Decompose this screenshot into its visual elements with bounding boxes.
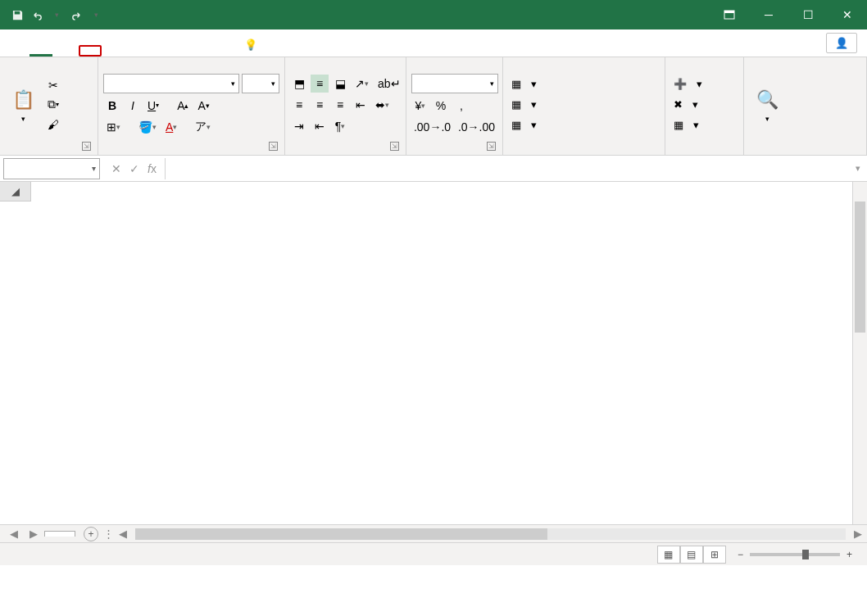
copy-icon[interactable]: ⧉▾ [44, 96, 62, 114]
tab-insert[interactable] [54, 45, 77, 57]
align-top-icon[interactable]: ⬒ [290, 75, 308, 93]
font-name-combo[interactable]: ▾ [103, 74, 239, 93]
conditional-formatting-button[interactable]: ▦ ▾ [508, 76, 540, 92]
qat-customize[interactable] [89, 7, 103, 22]
bulb-icon: 💡 [244, 38, 257, 51]
vertical-scrollbar[interactable] [852, 182, 867, 524]
decrease-decimal-icon[interactable]: .0→.00 [456, 118, 497, 136]
tab-view[interactable] [177, 45, 200, 57]
find-button[interactable]: 🔍▾ [749, 61, 785, 148]
name-box[interactable] [3, 158, 100, 179]
select-all-corner[interactable]: ◢ [0, 182, 31, 202]
format-painter-icon[interactable]: 🖌 [44, 116, 62, 134]
undo-dropdown[interactable] [49, 7, 64, 22]
align-middle-icon[interactable]: ≡ [311, 75, 329, 93]
align-left-icon[interactable]: ≡ [290, 96, 308, 114]
close-icon[interactable]: ✕ [828, 0, 867, 29]
grow-font-button[interactable]: A▴ [174, 97, 192, 115]
tab-page-layout[interactable] [79, 45, 102, 57]
normal-view-icon[interactable]: ▦ [657, 546, 680, 564]
tab-home[interactable] [30, 43, 52, 57]
insert-icon: ➕ [674, 78, 687, 90]
maximize-icon[interactable]: ☐ [788, 0, 828, 29]
sheet-nav-next-icon[interactable]: ▶ [25, 528, 43, 540]
group-number: ▾ ¥ % , .00→.0 .0→.00 ⇲ [406, 57, 503, 155]
rtl-icon[interactable]: ¶ [331, 117, 349, 135]
scroll-right-icon[interactable]: ▶ [854, 528, 867, 540]
format-cells-button[interactable]: ▦ ▾ [670, 117, 706, 133]
sheet-nav-prev-icon[interactable]: ◀ [5, 528, 23, 540]
status-bar: ▦ ▤ ⊞ − + [0, 542, 867, 565]
shrink-font-button[interactable]: A▾ [194, 97, 212, 115]
fill-color-button[interactable]: 🪣 [135, 118, 160, 136]
sheet-tab-bar: ◀ ▶ + ⋮ ◀ ▶ [0, 524, 867, 542]
font-color-button[interactable]: A [162, 118, 180, 136]
increase-indent-icon[interactable]: ⇥ [290, 117, 308, 135]
group-alignment: ⬒ ≡ ⬓ ↗ ab↵ ≡ ≡ ≡ ⇤ ⬌ ⇥ ⇤ ¶ ⇲ [285, 57, 406, 155]
orientation-icon[interactable]: ↗ [352, 75, 372, 93]
view-buttons: ▦ ▤ ⊞ [657, 546, 726, 564]
page-layout-view-icon[interactable]: ▤ [680, 546, 703, 564]
align-center-icon[interactable]: ≡ [311, 96, 329, 114]
paste-icon: 📋 [10, 87, 36, 113]
quick-access-toolbar [0, 7, 103, 22]
tab-review[interactable] [152, 45, 175, 57]
zoom-slider[interactable] [750, 553, 840, 556]
insert-cells-button[interactable]: ➕ ▾ [670, 76, 706, 92]
fx-icon[interactable]: fx [148, 162, 157, 175]
bold-button[interactable]: B [103, 97, 121, 115]
phonetic-button[interactable]: ア [192, 118, 214, 136]
percent-icon[interactable]: % [432, 97, 450, 115]
expand-formula-icon[interactable]: ▾ [849, 163, 867, 174]
align-right-icon[interactable]: ≡ [331, 96, 349, 114]
horizontal-scrollbar[interactable] [135, 528, 846, 540]
zoom-out-icon[interactable]: − [738, 549, 743, 560]
paste-button[interactable]: 📋▾ [5, 61, 41, 148]
tab-file[interactable] [5, 45, 28, 57]
cancel-formula-icon[interactable]: ✕ [111, 162, 121, 175]
cut-icon[interactable]: ✂ [44, 76, 62, 94]
tab-help[interactable] [202, 45, 225, 57]
dialog-launcher-icon[interactable]: ⇲ [487, 142, 496, 151]
cell-style-icon: ▦ [511, 119, 521, 131]
align-bottom-icon[interactable]: ⬓ [331, 75, 349, 93]
dialog-launcher-icon[interactable]: ⇲ [390, 142, 399, 151]
tab-formulas[interactable] [103, 45, 126, 57]
comma-icon[interactable]: , [452, 97, 470, 115]
underline-button[interactable]: U▾ [144, 97, 162, 115]
enter-formula-icon[interactable]: ✓ [129, 162, 139, 175]
tab-data[interactable] [128, 45, 151, 57]
redo-icon[interactable] [69, 7, 84, 22]
italic-button[interactable]: I [124, 97, 142, 115]
cell-styles-button[interactable]: ▦ ▾ [508, 117, 540, 133]
formula-bar: ✕ ✓ fx ▾ [0, 156, 867, 182]
zoom-in-icon[interactable]: + [847, 549, 852, 560]
indent-icon[interactable]: ⇤ [311, 117, 329, 135]
format-as-table-button[interactable]: ▦ ▾ [508, 97, 540, 112]
increase-decimal-icon[interactable]: .00→.0 [411, 118, 453, 136]
number-format-combo[interactable]: ▾ [411, 74, 498, 93]
wrap-text-icon[interactable]: ab↵ [374, 75, 404, 93]
undo-icon[interactable] [30, 7, 44, 22]
delete-cells-button[interactable]: ✖ ▾ [670, 97, 706, 112]
page-break-view-icon[interactable]: ⊞ [703, 546, 726, 564]
dialog-launcher-icon[interactable]: ⇲ [82, 142, 91, 151]
currency-icon[interactable]: ¥ [411, 97, 429, 115]
ribbon-display-icon[interactable] [710, 0, 749, 29]
sheet-tab[interactable] [44, 531, 75, 537]
merge-icon[interactable]: ⬌ [372, 96, 393, 114]
tab-split-icon[interactable]: ⋮ [98, 528, 119, 540]
delete-icon: ✖ [674, 98, 683, 111]
minimize-icon[interactable]: ─ [749, 0, 788, 29]
scroll-left-icon[interactable]: ◀ [119, 528, 127, 540]
new-sheet-icon[interactable]: + [84, 527, 98, 541]
share-button[interactable]: 👤 [826, 33, 857, 53]
window-controls: ─ ☐ ✕ [710, 0, 867, 29]
border-button[interactable]: ⊞ [103, 118, 124, 136]
dialog-launcher-icon[interactable]: ⇲ [269, 142, 278, 151]
save-icon[interactable] [10, 7, 25, 22]
font-size-combo[interactable]: ▾ [242, 74, 279, 93]
formula-input[interactable] [165, 158, 849, 179]
tell-me[interactable]: 💡 [244, 33, 262, 57]
decrease-indent-icon[interactable]: ⇤ [352, 96, 370, 114]
